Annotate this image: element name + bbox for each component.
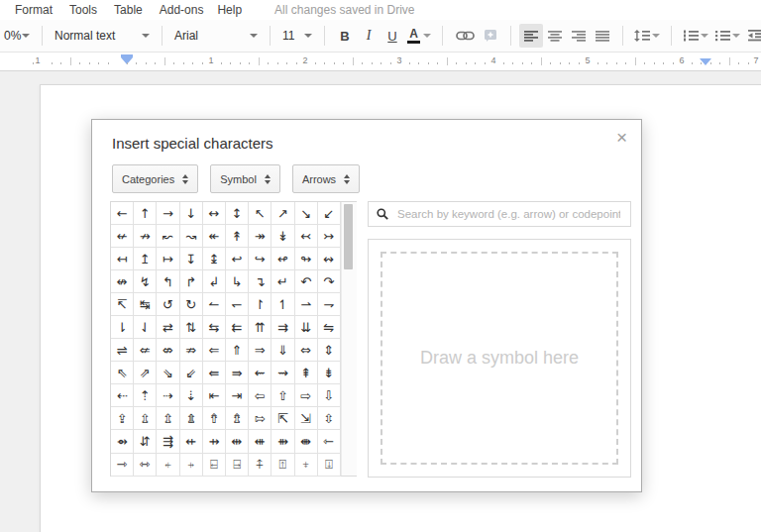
symbol-cell[interactable]: ↿	[272, 293, 294, 316]
symbol-cell[interactable]: ⇼	[295, 430, 318, 453]
symbol-cell[interactable]: ←	[111, 202, 134, 225]
symbol-cell[interactable]: ⇔	[295, 339, 318, 362]
symbol-cell[interactable]: ⇹	[226, 430, 249, 453]
menu-item-help[interactable]: Help	[217, 3, 242, 17]
symbol-cell[interactable]: ⇫	[134, 407, 157, 430]
symbol-cell[interactable]: ⇞	[295, 362, 318, 384]
paragraph-style-select[interactable]: Normal text	[51, 24, 154, 48]
symbol-cell[interactable]: ⇦	[249, 384, 272, 407]
symbol-cell[interactable]: ↭	[318, 248, 341, 270]
symbol-cell[interactable]: ⇶	[157, 430, 179, 453]
symbol-cell[interactable]: ⇯	[226, 407, 249, 430]
line-spacing-button[interactable]	[631, 24, 663, 48]
symbol-cell[interactable]: ⇴	[111, 430, 134, 453]
symbol-cell[interactable]: ⇸	[203, 430, 226, 453]
insert-comment-button[interactable]	[479, 24, 502, 48]
symbol-cell[interactable]: ⇎	[157, 339, 179, 362]
symbol-cell[interactable]: ↱	[180, 270, 203, 293]
symbol-cell[interactable]: ⍆	[180, 454, 203, 477]
symbol-cell[interactable]: ⇖	[111, 362, 134, 384]
symbol-cell[interactable]: ↕	[226, 202, 249, 225]
symbol-cell[interactable]: ↢	[295, 225, 318, 248]
symbol-dropdown[interactable]: Symbol	[210, 164, 280, 193]
symbol-cell[interactable]: ⇘	[157, 362, 179, 384]
symbol-cell[interactable]: ⇐	[203, 339, 226, 362]
symbol-cell[interactable]: ⇵	[134, 430, 157, 453]
symbol-cell[interactable]: ⇃	[134, 316, 157, 339]
symbol-cell[interactable]: ⇟	[318, 362, 341, 384]
menu-item-table[interactable]: Table	[114, 3, 143, 17]
symbol-cell[interactable]: ⇷	[180, 430, 203, 453]
symbol-cell[interactable]: ↸	[111, 293, 134, 316]
align-center-button[interactable]	[543, 24, 567, 48]
symbol-cell[interactable]: ⇗	[134, 362, 157, 384]
symbol-cell[interactable]: ↾	[249, 293, 272, 316]
symbol-cell[interactable]: ⍅	[157, 454, 179, 477]
search-input[interactable]	[395, 207, 622, 221]
symbol-cell[interactable]: ↽	[226, 293, 249, 316]
symbol-cell[interactable]: ⇰	[249, 407, 272, 430]
symbol-cell[interactable]: ↝	[180, 225, 203, 248]
symbol-cell[interactable]: ⇻	[272, 430, 294, 453]
symbol-cell[interactable]: ⇉	[272, 316, 294, 339]
symbol-cell[interactable]: ⇕	[318, 339, 341, 362]
symbol-cell[interactable]: ⇤	[203, 384, 226, 407]
symbol-cell[interactable]: ⇿	[134, 454, 157, 477]
symbol-cell[interactable]: ↪	[249, 248, 272, 270]
symbol-cell[interactable]: ⇣	[180, 384, 203, 407]
symbol-cell[interactable]: ↙	[318, 202, 341, 225]
symbol-cell[interactable]: ⇌	[111, 339, 134, 362]
symbol-cell[interactable]: ↦	[157, 248, 179, 270]
font-family-select[interactable]: Arial	[170, 24, 262, 48]
menu-item-tools[interactable]: Tools	[69, 3, 97, 17]
symbol-cell[interactable]: ↴	[249, 270, 272, 293]
symbol-cell[interactable]: →	[157, 202, 179, 225]
numbered-list-button[interactable]	[680, 24, 711, 48]
symbol-cell[interactable]: ↞	[203, 225, 226, 248]
symbol-cell[interactable]: ↵	[272, 270, 294, 293]
symbol-cell[interactable]: ↬	[295, 248, 318, 270]
symbol-cell[interactable]: ⇾	[111, 454, 134, 477]
symbol-cell[interactable]: ⇲	[295, 407, 318, 430]
symbol-cell[interactable]: ↛	[134, 225, 157, 248]
symbol-cell[interactable]: ↳	[226, 270, 249, 293]
symbol-cell[interactable]: ⇭	[180, 407, 203, 430]
symbol-cell[interactable]: ↼	[203, 293, 226, 316]
symbol-cell[interactable]: ⇋	[318, 316, 341, 339]
symbol-cell[interactable]: ↶	[295, 270, 318, 293]
bold-button[interactable]: B	[333, 24, 357, 48]
symbol-cell[interactable]: ⇒	[249, 339, 272, 362]
align-left-button[interactable]	[519, 24, 543, 48]
bulleted-list-button[interactable]	[711, 24, 743, 48]
symbol-cell[interactable]: ↟	[226, 225, 249, 248]
arrows-dropdown[interactable]: Arrows	[292, 164, 360, 193]
symbol-cell[interactable]: ⇮	[203, 407, 226, 430]
grid-scrollbar[interactable]	[341, 202, 357, 476]
symbol-cell[interactable]: ↰	[157, 270, 179, 293]
symbol-cell[interactable]: ⇍	[134, 339, 157, 362]
symbol-cell[interactable]: ↯	[134, 270, 157, 293]
menu-item-add-ons[interactable]: Add-ons	[160, 3, 204, 17]
symbol-cell[interactable]: ⇠	[111, 384, 134, 407]
symbol-cell[interactable]: ⇧	[272, 384, 294, 407]
categories-dropdown[interactable]: Categories	[112, 164, 198, 193]
symbol-cell[interactable]: ⇚	[203, 362, 226, 384]
symbol-cell[interactable]: ⇥	[226, 384, 249, 407]
font-size-select[interactable]: 11	[278, 24, 316, 48]
symbol-cell[interactable]: ↷	[318, 270, 341, 293]
symbol-cell[interactable]: ⇝	[272, 362, 294, 384]
underline-button[interactable]: U	[380, 24, 404, 48]
align-justify-button[interactable]	[591, 24, 614, 48]
symbol-cell[interactable]: ↡	[272, 225, 294, 248]
symbol-cell[interactable]: ↲	[203, 270, 226, 293]
text-color-button[interactable]: A	[404, 24, 434, 48]
symbol-cell[interactable]: ↣	[318, 225, 341, 248]
symbol-cell[interactable]: ⇅	[180, 316, 203, 339]
symbol-cell[interactable]: ⇑	[226, 339, 249, 362]
symbol-cell[interactable]: ↩	[226, 248, 249, 270]
draw-symbol-area[interactable]: Draw a symbol here	[380, 252, 618, 465]
symbol-cell[interactable]: ⇓	[272, 339, 294, 362]
symbol-cell[interactable]: ↗	[272, 202, 294, 225]
symbol-cell[interactable]: ↮	[111, 270, 134, 293]
align-right-button[interactable]	[567, 24, 591, 48]
